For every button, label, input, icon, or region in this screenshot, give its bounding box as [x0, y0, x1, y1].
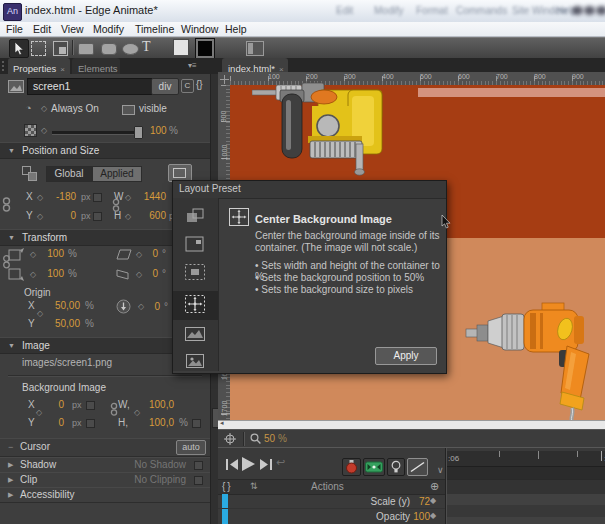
element-tag-dropdown[interactable]: div	[151, 78, 179, 95]
menu-help[interactable]: Help	[225, 23, 247, 35]
sort-icon[interactable]: ⇅	[250, 481, 258, 491]
section-position-size[interactable]: ▼ Position and Size	[0, 142, 210, 159]
keyframe-diamond-icon[interactable]: ◇	[37, 213, 43, 221]
chevron-down-icon[interactable]: ∨	[437, 465, 444, 475]
clip-row[interactable]: ▶ Clip No Clipping	[0, 472, 210, 488]
bg-x-unit[interactable]: px	[72, 400, 82, 410]
play-icon[interactable]	[242, 457, 255, 471]
menu-window[interactable]: Window	[181, 23, 218, 35]
h-value[interactable]: 600	[136, 210, 166, 221]
clip-checkbox[interactable]	[194, 476, 203, 485]
keyframe-diamond-icon[interactable]: ◇	[41, 105, 47, 113]
keyframe-diamond-icon[interactable]: ◇	[138, 303, 144, 311]
timeline-ruler[interactable]: :06 :07	[446, 451, 605, 467]
shadow-row[interactable]: ▶ Shadow No Shadow	[0, 457, 210, 473]
bg-x-value[interactable]: 0	[50, 399, 64, 410]
bg-y-value[interactable]: 0	[50, 417, 64, 428]
menu-timeline[interactable]: Timeline	[135, 23, 174, 35]
actions-brace-icon[interactable]: {}	[222, 481, 233, 492]
zoom-level[interactable]: 50	[264, 433, 275, 444]
timeline-track[interactable]	[446, 505, 605, 517]
keyframe-diamond-icon[interactable]: ◇	[125, 194, 131, 202]
x-unit[interactable]: px	[81, 192, 91, 202]
foreground-color-swatch[interactable]	[173, 39, 189, 56]
layout-defaults-tool[interactable]	[246, 41, 264, 56]
display-mode-dropdown[interactable]: Always On	[51, 103, 99, 114]
text-tool[interactable]: T	[142, 39, 151, 55]
zoom-magnifier-icon[interactable]	[250, 433, 261, 444]
auto-transition-button[interactable]	[363, 458, 385, 476]
skew-y-value[interactable]: 0	[148, 268, 158, 279]
cursor-auto-button[interactable]: auto	[176, 440, 206, 455]
scale-y-value[interactable]: 100	[42, 268, 64, 279]
row-value[interactable]: 72	[414, 496, 430, 507]
clip-tool[interactable]	[53, 41, 68, 56]
menu-edit[interactable]: Edit	[33, 23, 51, 35]
bg-x-checkbox[interactable]	[86, 401, 95, 410]
skip-forward-icon[interactable]	[260, 459, 272, 470]
scale-x-value[interactable]: 100	[42, 248, 64, 259]
transform-tool[interactable]	[31, 41, 46, 56]
shadow-checkbox[interactable]	[194, 461, 203, 470]
link-wh-icon[interactable]	[112, 198, 120, 213]
add-keyframe-icon[interactable]: ⊕	[430, 480, 439, 493]
keyframe-diamond-icon[interactable]: ◆	[430, 511, 436, 520]
timeline-divider[interactable]	[445, 448, 447, 524]
element-id-input[interactable]: screen1	[27, 78, 152, 95]
skip-back-icon[interactable]	[226, 459, 238, 470]
css-class-button[interactable]: C	[181, 79, 194, 93]
preset-scale-to-fit-icon[interactable]	[184, 206, 208, 228]
bg-h-value[interactable]: 100,0	[146, 417, 174, 428]
keyframe-diamond-icon[interactable]: ◆	[430, 496, 436, 505]
apply-button[interactable]: Apply	[375, 347, 437, 365]
row-value[interactable]: 100	[412, 511, 430, 522]
opacity-slider-knob[interactable]	[134, 126, 143, 139]
ellipse-tool[interactable]	[122, 43, 139, 55]
bg-y-checkbox[interactable]	[86, 419, 95, 428]
auto-keyframe-button[interactable]	[342, 458, 361, 476]
opacity-slider-track[interactable]	[52, 131, 138, 135]
panel-menu-icon[interactable]: ▾≡	[188, 61, 197, 70]
keyframe-diamond-icon[interactable]: ◇	[41, 127, 47, 135]
y-unit[interactable]: px	[81, 211, 91, 221]
preset-center-container-icon[interactable]	[184, 262, 208, 284]
visibility-dropdown[interactable]: visible	[139, 103, 167, 114]
accessibility-row[interactable]: ▶ Accessibility	[0, 487, 210, 503]
link-xy-icon[interactable]	[2, 196, 11, 214]
timeline-track[interactable]	[446, 494, 605, 505]
selection-tool[interactable]	[9, 39, 29, 58]
menu-view[interactable]: View	[61, 23, 84, 35]
bg-y-unit[interactable]: px	[72, 418, 82, 428]
tab-properties[interactable]: Properties×	[8, 58, 70, 74]
keyframe-diamond-icon[interactable]: ◇	[36, 409, 42, 417]
x-value[interactable]: -180	[48, 191, 76, 202]
rotate-value[interactable]: 0	[150, 301, 160, 312]
preset-image-icon[interactable]	[184, 351, 208, 373]
preset-pin-corner-icon[interactable]	[184, 234, 208, 256]
preset-center-background-icon[interactable]	[184, 294, 208, 316]
keyframe-diamond-icon[interactable]: ◇	[134, 409, 140, 417]
y-value[interactable]: 0	[48, 210, 76, 221]
timeline-track[interactable]	[446, 517, 605, 524]
popup-title-bar[interactable]: Layout Preset	[173, 181, 446, 199]
x-percent-checkbox[interactable]	[93, 193, 102, 202]
origin-x-value[interactable]: 50,00	[50, 300, 80, 311]
keyframe-diamond-icon[interactable]: ◇	[136, 251, 142, 259]
hammer-drill-image[interactable]	[252, 82, 392, 186]
keyframe-diamond-icon[interactable]: ◇	[136, 271, 142, 279]
keyframe-diamond-icon[interactable]: ◇	[30, 251, 36, 259]
canvas-hscrollbar[interactable]: ◂	[218, 420, 605, 429]
keyframe-diamond-icon[interactable]: ◇	[125, 213, 131, 221]
origin-y-value[interactable]: 50,00	[50, 318, 80, 329]
rectangle-tool[interactable]	[78, 43, 94, 55]
menu-file[interactable]: File	[6, 23, 23, 35]
bg-h-checkbox[interactable]	[192, 419, 201, 428]
screw-gun-image[interactable]	[464, 302, 594, 422]
menu-modify[interactable]: Modify	[93, 23, 124, 35]
global-button[interactable]: Global	[46, 166, 92, 182]
scroll-left-icon[interactable]: ◂	[220, 419, 224, 427]
panel-grip[interactable]	[2, 61, 7, 71]
keyframe-diamond-icon[interactable]: ◇	[37, 310, 43, 318]
w-value[interactable]: 1440	[136, 191, 166, 202]
skew-x-value[interactable]: 0	[148, 248, 158, 259]
